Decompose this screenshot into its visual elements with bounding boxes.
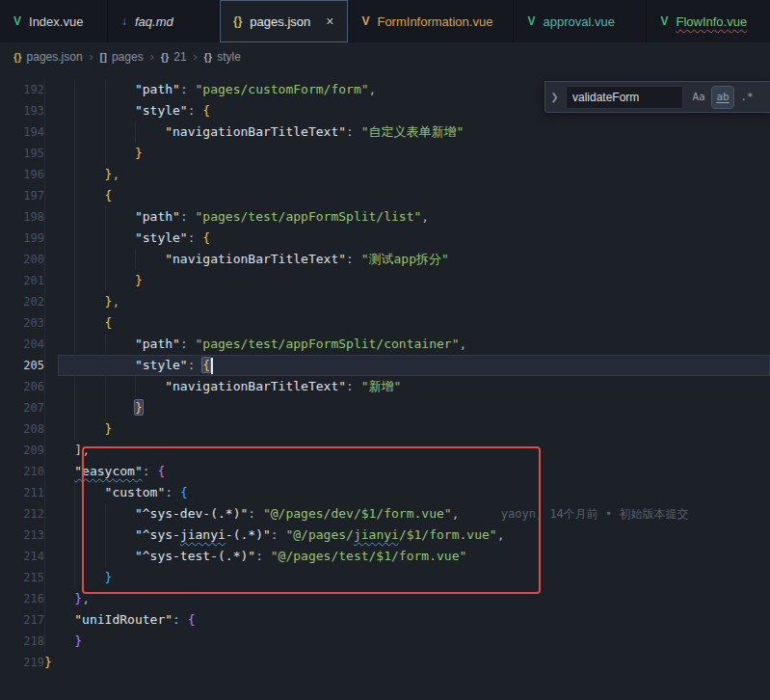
line-number: 207: [0, 397, 44, 418]
indent-guide: [44, 249, 45, 270]
indent-guide: [44, 185, 45, 206]
tab-flowinfo-vue[interactable]: VFlowInfo.vue: [647, 0, 770, 42]
code-line-194[interactable]: 194"navigationBarTitleText": "自定义表单新增": [0, 121, 770, 143]
tab-index-vue[interactable]: VIndex.vue: [0, 0, 108, 42]
tab-label: Index.vue: [29, 14, 83, 29]
code-token: :: [143, 464, 158, 478]
code-token: "^sys-dev-(.*)": [135, 506, 248, 521]
code-line-201[interactable]: 201}: [0, 270, 770, 291]
tab-label: faq.md: [135, 14, 173, 29]
indent-guide: [44, 143, 45, 164]
code-line-212[interactable]: 212"^sys-dev-(.*)": "@/pages/dev/$1/form…: [0, 503, 770, 525]
code-token: }: [105, 570, 113, 584]
indent-guide: [44, 206, 45, 228]
editor[interactable]: 192"path": "pages/customForm/form",193"s…: [0, 71, 770, 700]
code-token: :: [180, 337, 196, 351]
code-line-206[interactable]: 206"navigationBarTitleText": "新增": [0, 376, 770, 397]
code-token: ,: [497, 527, 505, 542]
code-line-215[interactable]: 215}: [0, 567, 770, 588]
line-number: 195: [0, 143, 44, 164]
indent-guide: [44, 609, 45, 631]
code-line-197[interactable]: 197{: [0, 185, 770, 206]
breadcrumb-item-style[interactable]: {}style: [204, 50, 241, 64]
code-line-219[interactable]: 219}: [0, 652, 770, 673]
line-number: 219: [0, 652, 44, 673]
code-line-207[interactable]: 207}: [0, 397, 770, 418]
breadcrumb-item-pages.json[interactable]: {}pages.json: [13, 50, 83, 64]
indent-guide: [44, 525, 45, 546]
code-line-202[interactable]: 202},: [0, 291, 770, 312]
code-line-203[interactable]: 203{: [0, 312, 770, 334]
indent-guide: [44, 334, 45, 355]
code-line-205[interactable]: 205"style": {: [0, 355, 770, 376]
indent-guide: [105, 546, 106, 567]
code-token: :: [165, 485, 180, 499]
vue-icon: V: [527, 14, 535, 28]
vue-icon: V: [13, 14, 21, 28]
match-case-button[interactable]: Aa: [688, 87, 709, 108]
code-token: ,: [452, 506, 460, 521]
code-token: {: [180, 485, 188, 499]
code-line-195[interactable]: 195}: [0, 143, 770, 164]
code-line-210[interactable]: 210"easycom": {: [0, 461, 770, 482]
line-content: }: [44, 631, 770, 652]
code-token: :: [188, 358, 203, 372]
indent-guide: [74, 376, 75, 397]
toggle-replace-button[interactable]: ❯: [548, 92, 561, 102]
indent-guide: [74, 546, 75, 567]
code-line-196[interactable]: 196},: [0, 164, 770, 185]
code-line-217[interactable]: 217"uniIdRouter": {: [0, 609, 770, 631]
code-line-214[interactable]: 214"^sys-test-(.*)": "@/pages/test/$1/fo…: [0, 546, 770, 567]
code-line-211[interactable]: 211"custom": {: [0, 482, 770, 503]
regex-button[interactable]: .*: [736, 87, 757, 108]
code-line-213[interactable]: 213"^sys-jianyi-(.*)": "@/pages/jianyi/$…: [0, 525, 770, 546]
tab-forminformation-vue[interactable]: VFormInformation.vue: [348, 0, 514, 42]
code-line-209[interactable]: 209],: [0, 440, 770, 461]
tab-faq-md[interactable]: ↓faq.md: [108, 0, 220, 42]
search-input[interactable]: [566, 86, 683, 109]
line-number: 216: [0, 588, 44, 609]
breadcrumb-item-21[interactable]: {}21: [161, 50, 187, 64]
code-token: "@/pages/test/$1/form.vue": [271, 549, 467, 563]
code-token: ,: [459, 337, 466, 351]
whole-word-button[interactable]: ab: [712, 87, 733, 108]
line-content: }: [44, 418, 770, 440]
code-token: "pages/test/appFormSplit/list": [196, 209, 422, 224]
indent-guide: [44, 397, 45, 418]
indent-guide: [74, 312, 75, 334]
code-line-208[interactable]: 208}: [0, 418, 770, 440]
indent-guide: [44, 546, 45, 567]
indent-guide: [74, 397, 75, 418]
indent-guide: [105, 249, 106, 270]
line-number: 210: [0, 461, 44, 482]
code-line-216[interactable]: 216},: [0, 588, 770, 609]
code-line-200[interactable]: 200"navigationBarTitleText": "测试app拆分": [0, 249, 770, 270]
code-token: "style": [135, 103, 188, 118]
line-content: "custom": {: [44, 482, 770, 503]
line-content: {: [44, 312, 770, 334]
line-number: 212: [0, 503, 44, 525]
code-line-199[interactable]: 199"style": {: [0, 228, 770, 249]
code-line-218[interactable]: 218}: [0, 631, 770, 652]
tab-label: approval.vue: [543, 14, 614, 29]
indent-guide: [105, 270, 106, 291]
symbol-array-icon: []: [100, 51, 107, 63]
indent-guide: [74, 143, 75, 164]
code-line-198[interactable]: 198"path": "pages/test/appFormSplit/list…: [0, 206, 770, 228]
tab-approval-vue[interactable]: Vapproval.vue: [514, 0, 647, 42]
code-token: "@/pages/dev/$1/form.vue": [263, 506, 452, 521]
line-content: "^sys-jianyi-(.*)": "@/pages/jianyi/$1/f…: [44, 525, 770, 546]
line-number: 209: [0, 440, 44, 461]
code-token: ,: [112, 294, 119, 309]
json-file-icon: {}: [13, 51, 22, 63]
tab-label: FormInformation.vue: [377, 14, 492, 29]
line-content: }: [44, 143, 770, 164]
tab-pages-json[interactable]: {}pages.json×: [220, 0, 348, 42]
indent-guide: [105, 397, 106, 418]
close-icon[interactable]: ×: [318, 14, 333, 28]
breadcrumb-item-pages[interactable]: []pages: [100, 50, 144, 64]
line-content: },: [44, 588, 770, 609]
line-number: 205: [0, 355, 44, 376]
line-number: 215: [0, 567, 44, 588]
code-line-204[interactable]: 204"path": "pages/test/appFormSplit/cont…: [0, 334, 770, 355]
